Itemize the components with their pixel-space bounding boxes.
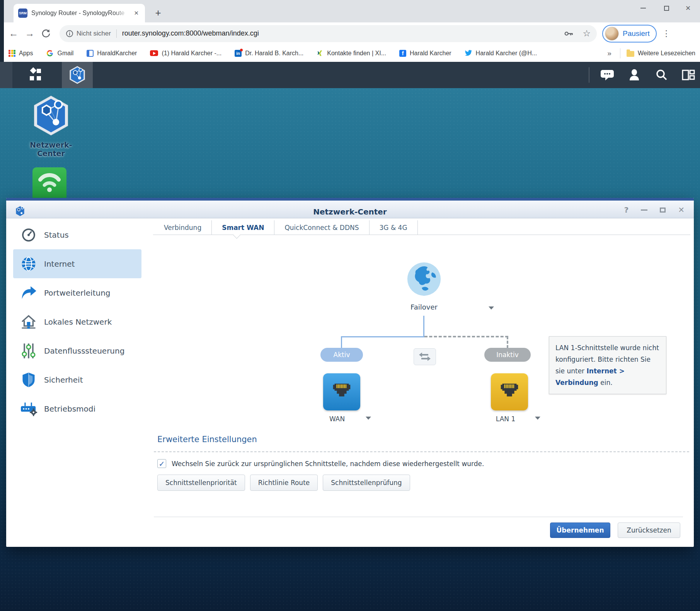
key-icon[interactable] bbox=[564, 29, 574, 39]
main-menu-button[interactable] bbox=[12, 62, 59, 88]
sidebar-item-portweiterleitung[interactable]: Portweiterleitung bbox=[13, 278, 141, 307]
security-chip[interactable]: Nicht sicher bbox=[66, 30, 111, 37]
lan1-dropdown-caret-icon[interactable] bbox=[535, 417, 540, 420]
lan1-tooltip: LAN 1-Schnittstelle wurde nicht konfigur… bbox=[549, 336, 666, 394]
linkedin-icon: in bbox=[235, 50, 242, 57]
window-titlebar[interactable]: Netzwerk-Center ? ✕ bbox=[6, 201, 694, 218]
tab-close-icon[interactable]: ✕ bbox=[132, 9, 140, 17]
bookmark-youtube[interactable]: (1) Harald Karcher -... bbox=[150, 50, 221, 57]
tab-3g-4g[interactable]: 3G & 4G bbox=[369, 220, 418, 235]
back-button[interactable]: ← bbox=[5, 26, 22, 42]
wan-port-icon[interactable] bbox=[323, 373, 360, 410]
interface-priority-button[interactable]: Schnittstellenpriorität bbox=[157, 475, 245, 491]
wifi-icon bbox=[37, 170, 62, 194]
window-edge bbox=[0, 0, 4, 62]
omnibox-divider bbox=[116, 29, 117, 38]
network-center-taskbar-button[interactable] bbox=[62, 62, 93, 88]
bookmark-linkedin[interactable]: in Dr. Harald B. Karch... bbox=[235, 50, 303, 57]
main-menu-grid-icon bbox=[28, 67, 43, 83]
tab-quickconnect-ddns[interactable]: QuickConnect & DDNS bbox=[274, 220, 369, 235]
security-label: Nicht sicher bbox=[77, 30, 111, 37]
other-bookmarks-button[interactable]: Weitere Lesezeichen bbox=[627, 50, 695, 57]
widgets-icon[interactable] bbox=[681, 67, 696, 83]
url-text: router.synology.com:8000/webman/index.cg… bbox=[122, 29, 560, 37]
wifi-shortcut[interactable] bbox=[32, 167, 66, 202]
network-center-shortcut-icon bbox=[32, 95, 70, 136]
sidebar-item-lokales-netzwerk[interactable]: Lokales Netzwerk bbox=[13, 307, 141, 336]
window-sidebar: Status Internet Portweiterleitung bbox=[13, 220, 141, 423]
apps-grid-icon bbox=[9, 50, 15, 57]
bookmarks-bar: Apps Gmail HaraldKarcher (1) Har bbox=[0, 44, 700, 62]
sidebar-item-datenflusssteuerung[interactable]: Datenflusssteuerung bbox=[13, 336, 141, 365]
reset-button[interactable]: Zurücksetzen bbox=[618, 522, 680, 538]
bookmark-haraldkarcher[interactable]: HaraldKarcher bbox=[87, 50, 137, 57]
sidebar-item-betriebsmodi[interactable]: Betriebsmodi bbox=[13, 394, 141, 423]
tab-strip: SRM Synology Router - SynologyRoute ✕ + … bbox=[0, 0, 700, 22]
window-close-button[interactable]: ✕ bbox=[678, 205, 685, 214]
url-input[interactable]: Nicht sicher router.synology.com:8000/we… bbox=[60, 25, 597, 42]
browser-maximize-button[interactable] bbox=[656, 0, 677, 16]
gauge-icon bbox=[20, 226, 37, 243]
window-help-button[interactable]: ? bbox=[624, 205, 629, 214]
tab-verbindung[interactable]: Verbindung bbox=[153, 220, 211, 235]
bookmark-star-icon[interactable]: ☆ bbox=[582, 29, 591, 38]
youtube-icon bbox=[150, 50, 158, 56]
sidebar-item-sicherheit[interactable]: Sicherheit bbox=[13, 365, 141, 394]
user-icon[interactable] bbox=[627, 67, 642, 83]
twitter-icon bbox=[465, 50, 472, 56]
taskbar-separator bbox=[589, 67, 589, 83]
home-network-icon bbox=[20, 313, 37, 330]
search-icon[interactable] bbox=[654, 67, 669, 83]
window-minimize-button[interactable] bbox=[641, 209, 647, 211]
bookmarks-separator bbox=[620, 48, 620, 58]
desktop: Netzwerk-Center bbox=[0, 88, 700, 611]
failback-checkbox-label: Wechseln Sie zurück zur ursprünglichen S… bbox=[172, 460, 484, 468]
sidebar-item-status[interactable]: Status bbox=[13, 220, 141, 249]
tab-title: Synology Router - SynologyRoute bbox=[31, 10, 128, 17]
reload-button[interactable] bbox=[38, 26, 54, 42]
browser-menu-icon[interactable]: ⋮ bbox=[660, 29, 673, 39]
apply-button[interactable]: Übernehmen bbox=[550, 522, 610, 538]
browser-close-button[interactable]: ✕ bbox=[678, 0, 698, 16]
browser-tab[interactable]: SRM Synology Router - SynologyRoute ✕ bbox=[14, 4, 145, 22]
bookmark-xing[interactable]: Kontakte finden | XI... bbox=[317, 50, 386, 57]
srm-taskbar bbox=[0, 62, 700, 88]
switch-interfaces-button[interactable] bbox=[414, 348, 436, 365]
address-bar-row: ← → Nicht sicher router.synology.com:800… bbox=[0, 22, 700, 44]
policy-route-button[interactable]: Richtlinie Route bbox=[250, 475, 318, 491]
network-center-shortcut[interactable]: Netzwerk-Center bbox=[22, 95, 80, 158]
window-title: Netzwerk-Center bbox=[6, 207, 694, 216]
interface-check-button[interactable]: Schnittstellenprüfung bbox=[323, 475, 410, 491]
connector-line bbox=[341, 336, 342, 348]
tab-smart-wan[interactable]: Smart WAN bbox=[211, 220, 274, 235]
wan-dropdown-caret-icon[interactable] bbox=[366, 417, 371, 420]
bookmark-apps[interactable]: Apps bbox=[9, 50, 33, 57]
bookmark-gmail[interactable]: Gmail bbox=[46, 49, 73, 57]
bookmarks-overflow-icon[interactable]: » bbox=[605, 49, 614, 58]
bookmark-twitter[interactable]: Harald Karcher (@H... bbox=[465, 50, 537, 57]
browser-minimize-button[interactable] bbox=[633, 0, 654, 16]
sidebar-item-internet[interactable]: Internet bbox=[13, 249, 141, 278]
connector-line bbox=[341, 336, 424, 337]
profile-button[interactable]: Pausiert bbox=[602, 25, 657, 43]
forward-button[interactable]: → bbox=[22, 26, 38, 42]
connector-line-dashed bbox=[424, 336, 508, 337]
failover-dropdown-caret-icon[interactable] bbox=[489, 306, 494, 310]
failback-checkbox[interactable]: ✓ bbox=[157, 459, 166, 468]
lan1-port-icon[interactable] bbox=[491, 373, 528, 410]
browser-chrome: SRM Synology Router - SynologyRoute ✕ + … bbox=[0, 0, 700, 62]
globe-icon bbox=[20, 255, 37, 272]
wan-port-label: WAN bbox=[318, 415, 356, 423]
notifications-icon[interactable] bbox=[600, 67, 615, 83]
shortcut-label: Netzwerk-Center bbox=[22, 141, 80, 158]
window-maximize-button[interactable] bbox=[660, 208, 666, 213]
new-tab-button[interactable]: + bbox=[152, 6, 165, 19]
bookmark-facebook[interactable]: f Harald Karcher bbox=[399, 50, 451, 57]
router-gear-icon bbox=[20, 400, 37, 417]
failover-globe-icon[interactable] bbox=[406, 261, 442, 298]
profile-avatar bbox=[605, 27, 619, 41]
info-icon bbox=[66, 30, 73, 37]
content-tabs: Verbindung Smart WAN QuickConnect & DDNS… bbox=[153, 220, 690, 235]
google-g-icon bbox=[46, 49, 54, 57]
profile-label: Pausiert bbox=[623, 29, 650, 38]
